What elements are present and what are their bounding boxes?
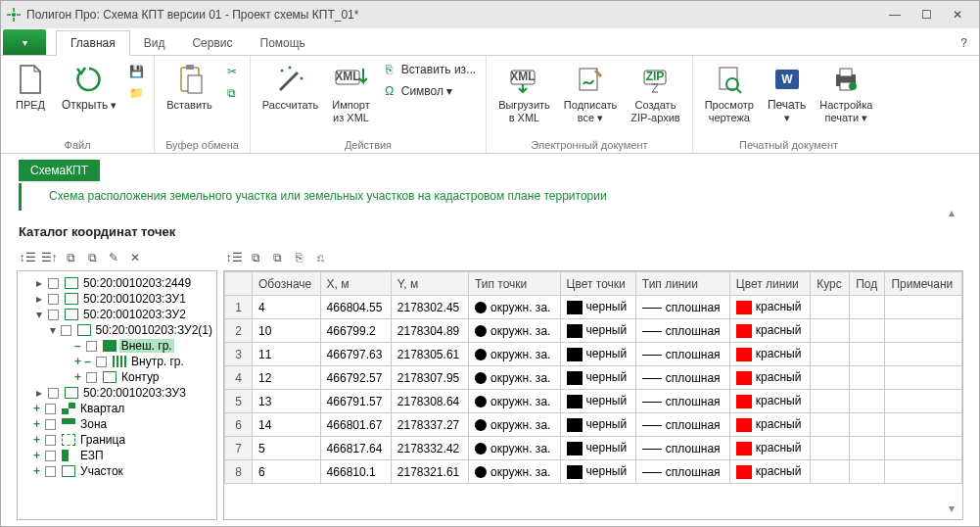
- row-header[interactable]: 8: [225, 460, 253, 484]
- col-header[interactable]: Цвет точки: [560, 272, 635, 296]
- cell-line-color[interactable]: красный: [729, 390, 810, 413]
- tree-tool-delete[interactable]: ✕: [126, 249, 144, 266]
- cell-obs[interactable]: 10: [253, 319, 321, 343]
- cell-point-type[interactable]: окружн. за.: [468, 319, 560, 343]
- col-header[interactable]: Тип линии: [635, 272, 729, 296]
- row-header[interactable]: 1: [225, 296, 253, 319]
- help-button[interactable]: ?: [949, 31, 979, 55]
- tree-tool-pen[interactable]: ✎: [105, 249, 122, 266]
- tree-checkbox[interactable]: [45, 466, 56, 477]
- paste-button[interactable]: Вставить: [161, 60, 218, 114]
- cell-point-color[interactable]: черный: [560, 296, 635, 319]
- cell-obs[interactable]: 5: [253, 437, 321, 460]
- row-header[interactable]: 6: [225, 413, 253, 437]
- tree-toggle-icon[interactable]: ▾: [47, 323, 58, 337]
- copy-button[interactable]: ⧉: [220, 83, 244, 103]
- tree-item[interactable]: ▸50:20:0010203:2449: [20, 275, 214, 291]
- cell-x[interactable]: 466791.57: [320, 390, 391, 413]
- open-button[interactable]: Открыть ▾: [56, 60, 122, 114]
- symbol-button[interactable]: ΩСимвол ▾: [378, 81, 480, 101]
- cell-sub[interactable]: [850, 460, 885, 484]
- close-button[interactable]: ✕: [942, 5, 973, 24]
- tree-checkbox[interactable]: [48, 310, 59, 320]
- cell-point-color[interactable]: черный: [560, 366, 635, 390]
- tree-add-icon[interactable]: +: [33, 433, 40, 447]
- cell-course[interactable]: [811, 413, 850, 437]
- row-header[interactable]: 2: [225, 319, 253, 343]
- page-scrollbar[interactable]: ▴ ▾: [943, 206, 960, 515]
- maximize-button[interactable]: ☐: [910, 5, 942, 24]
- tree-checkbox[interactable]: [45, 419, 56, 430]
- cell-sub[interactable]: [850, 413, 885, 437]
- tab-view[interactable]: Вид: [130, 31, 179, 55]
- cell-x[interactable]: 466797.63: [320, 343, 391, 366]
- cell-sub[interactable]: [850, 437, 885, 460]
- cell-line-color[interactable]: красный: [729, 460, 810, 484]
- tree-item[interactable]: +Граница: [20, 432, 214, 448]
- tree-toggle-icon[interactable]: ▾: [33, 308, 45, 321]
- cell-line-type[interactable]: сплошная: [635, 413, 729, 437]
- tree-checkbox[interactable]: [96, 357, 107, 367]
- calc-button[interactable]: Рассчитать: [257, 60, 324, 114]
- save-button[interactable]: 💾: [124, 62, 148, 81]
- grid-tool-1[interactable]: ↕☰: [225, 249, 243, 266]
- export-xml-button[interactable]: XML Выгрузить в XML: [492, 60, 556, 126]
- cell-obs[interactable]: 14: [253, 413, 321, 437]
- cell-obs[interactable]: 13: [253, 390, 321, 413]
- grid-tool-3[interactable]: ⧉: [268, 249, 286, 266]
- cell-point-color[interactable]: черный: [560, 413, 635, 437]
- app-menu-button[interactable]: ▾: [3, 29, 46, 55]
- insert-from-button[interactable]: ⎘Вставить из...: [378, 60, 480, 79]
- cell-line-type[interactable]: сплошная: [635, 296, 729, 319]
- tree-tool-2[interactable]: ☰↑: [40, 249, 58, 266]
- cell-x[interactable]: 466804.55: [320, 296, 391, 319]
- table-row[interactable]: 86466810.12178321.61окружн. за.черныйспл…: [225, 460, 962, 484]
- tree-checkbox[interactable]: [86, 372, 97, 383]
- cell-line-color[interactable]: красный: [729, 343, 810, 366]
- sign-all-button[interactable]: Подписать все ▾: [558, 60, 623, 126]
- table-row[interactable]: 14466804.552178302.45окружн. за.черныйсп…: [225, 296, 962, 319]
- tree-checkbox[interactable]: [48, 294, 59, 305]
- tree-item[interactable]: +Квартал: [20, 401, 214, 416]
- tree-add-icon[interactable]: +: [33, 449, 40, 462]
- tree-checkbox[interactable]: [61, 325, 71, 336]
- tree-checkbox[interactable]: [48, 388, 59, 399]
- cell-sub[interactable]: [850, 366, 885, 390]
- cell-x[interactable]: 466792.57: [320, 366, 391, 390]
- cell-point-type[interactable]: окружн. за.: [468, 460, 560, 484]
- cell-line-type[interactable]: сплошная: [635, 390, 729, 413]
- tree-item[interactable]: ▸50:20:0010203:ЗУ1: [20, 291, 214, 307]
- cell-course[interactable]: [811, 366, 850, 390]
- cell-line-type[interactable]: сплошная: [635, 437, 729, 460]
- cell-point-color[interactable]: черный: [560, 319, 635, 343]
- cell-obs[interactable]: 12: [253, 366, 321, 390]
- preview-button[interactable]: Просмотр чертежа: [699, 60, 760, 126]
- tree-add-icon[interactable]: +: [33, 402, 40, 415]
- table-row[interactable]: 210466799.22178304.89окружн. за.черныйсп…: [225, 319, 962, 343]
- grid-tool-2[interactable]: ⧉: [247, 249, 264, 266]
- col-header[interactable]: Y, м: [391, 272, 468, 296]
- tree-item[interactable]: +Участок: [20, 463, 214, 479]
- tree[interactable]: ▸50:20:0010203:2449▸50:20:0010203:ЗУ1▾50…: [18, 271, 216, 483]
- cell-line-color[interactable]: красный: [729, 366, 810, 390]
- col-header[interactable]: Цвет линии: [729, 272, 810, 296]
- cell-course[interactable]: [811, 296, 850, 319]
- cell-y[interactable]: 2178321.61: [391, 460, 468, 484]
- tree-item[interactable]: +Контур: [20, 369, 214, 385]
- print-settings-button[interactable]: Настройка печати ▾: [814, 60, 878, 126]
- tree-checkbox[interactable]: [45, 435, 56, 446]
- tree-add-icon[interactable]: +: [33, 417, 40, 431]
- minimize-button[interactable]: —: [879, 5, 910, 24]
- col-header[interactable]: Под: [850, 272, 885, 296]
- table-row[interactable]: 513466791.572178308.64окружн. за.черныйс…: [225, 390, 962, 413]
- tree-checkbox[interactable]: [45, 451, 56, 461]
- tree-item[interactable]: ▾50:20:0010203:ЗУ2: [20, 307, 214, 322]
- cell-obs[interactable]: 4: [253, 296, 321, 319]
- cell-line-type[interactable]: сплошная: [635, 366, 729, 390]
- tree-add-icon[interactable]: + –: [74, 355, 91, 368]
- table-row[interactable]: 75466817.642178332.42окружн. за.черныйсп…: [225, 437, 962, 460]
- tree-add-icon[interactable]: –: [74, 339, 81, 353]
- tree-item[interactable]: –Внеш. гр.: [20, 338, 214, 354]
- row-header[interactable]: 3: [225, 343, 253, 366]
- col-header[interactable]: Курс: [811, 272, 850, 296]
